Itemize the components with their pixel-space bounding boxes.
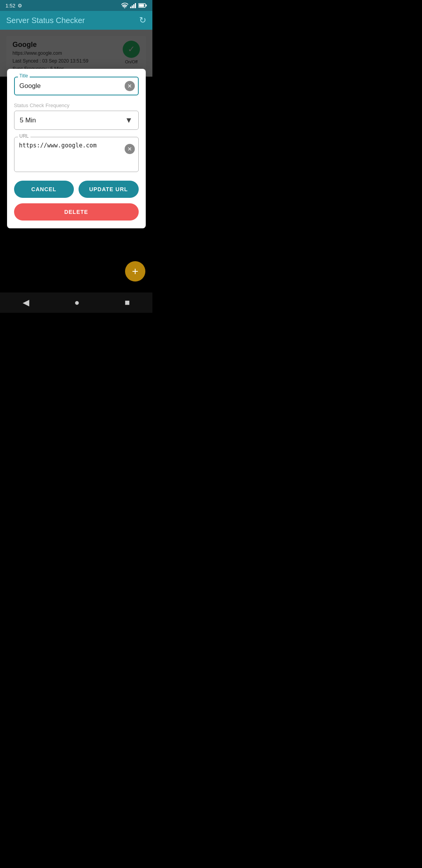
- battery-icon: [138, 3, 147, 8]
- svg-rect-0: [130, 7, 131, 8]
- svg-rect-5: [139, 4, 144, 7]
- svg-rect-1: [132, 5, 133, 8]
- settings-icon: ⚙: [18, 3, 22, 9]
- url-label: URL: [18, 133, 30, 139]
- edit-dialog: Title ✕ Status Check Frequency 5 Min ▼ U…: [7, 69, 146, 228]
- cancel-button[interactable]: CANCEL: [14, 181, 74, 198]
- refresh-icon[interactable]: ↻: [139, 15, 146, 25]
- app-title: Server Status Checker: [6, 16, 85, 25]
- svg-rect-3: [135, 3, 136, 8]
- recents-button[interactable]: ■: [125, 298, 130, 308]
- dropdown-arrow-icon: ▼: [125, 116, 133, 125]
- title-clear-button[interactable]: ✕: [125, 81, 135, 91]
- frequency-value: 5 Min: [20, 117, 36, 124]
- status-bar: 1:52 ⚙: [0, 0, 152, 11]
- back-button[interactable]: ◀: [23, 298, 29, 308]
- navigation-bar: ◀ ● ■: [0, 292, 152, 313]
- delete-button[interactable]: DELETE: [14, 203, 139, 221]
- title-input[interactable]: [14, 77, 139, 95]
- status-bar-left: 1:52 ⚙: [5, 3, 22, 9]
- update-url-button[interactable]: UPDATE URL: [79, 181, 139, 198]
- modal-overlay: Title ✕ Status Check Frequency 5 Min ▼ U…: [0, 30, 152, 289]
- frequency-label: Status Check Frequency: [14, 102, 139, 108]
- wifi-icon: [121, 3, 128, 8]
- title-field-group: Title ✕: [14, 77, 139, 95]
- action-buttons: CANCEL UPDATE URL: [14, 181, 139, 198]
- time-display: 1:52: [5, 3, 15, 9]
- url-field-group: URL https://www.google.com ✕: [14, 137, 139, 172]
- signal-icon: [130, 3, 136, 8]
- url-input[interactable]: https://www.google.com: [14, 137, 139, 172]
- svg-rect-6: [146, 5, 147, 7]
- url-clear-button[interactable]: ✕: [125, 144, 135, 154]
- app-bar: Server Status Checker ↻: [0, 11, 152, 30]
- frequency-selector[interactable]: 5 Min ▼: [14, 111, 139, 130]
- fab-add-button[interactable]: +: [125, 261, 145, 282]
- status-bar-right: [121, 3, 147, 8]
- title-label: Title: [18, 73, 30, 79]
- home-button[interactable]: ●: [74, 298, 79, 308]
- svg-rect-2: [133, 4, 134, 8]
